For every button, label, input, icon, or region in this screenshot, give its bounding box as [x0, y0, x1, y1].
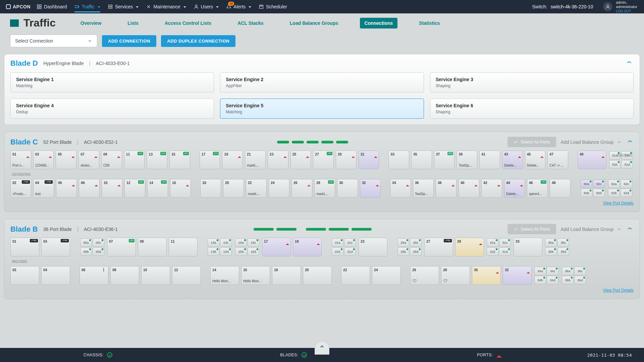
port[interactable]: 09C09 — [101, 150, 122, 169]
subport[interactable]: 50a — [581, 180, 592, 188]
port[interactable]: 47C47 -> ... — [547, 150, 568, 169]
port-quad[interactable]: 35a35c35b35d — [544, 238, 570, 256]
subport[interactable]: 25d — [410, 247, 422, 256]
subport[interactable]: 25a — [397, 238, 409, 247]
subport[interactable]: 35b — [545, 247, 557, 256]
port[interactable]: 49 — [578, 150, 606, 169]
nav-item-traffic[interactable]: Traffic — [74, 1, 100, 12]
port[interactable]: 17 — [262, 238, 291, 256]
select-all-ports-button[interactable]: Select All Ports — [507, 224, 556, 234]
port[interactable]: 04LPBKtest — [33, 179, 54, 198]
service-engine-card[interactable]: Service Engine 2AppFilter — [220, 72, 424, 93]
port[interactable]: 18 — [200, 179, 221, 198]
subport[interactable]: 05a — [80, 238, 92, 247]
port[interactable]: 38 — [436, 179, 457, 198]
port[interactable]: 36TestSp... — [413, 179, 434, 198]
port-quad[interactable]: 21a21c21b21d — [331, 238, 357, 256]
port[interactable]: 06 — [79, 266, 108, 285]
subport[interactable]: 31d — [499, 247, 511, 256]
service-engine-card[interactable]: Service Engine 3Shaping — [430, 72, 634, 93]
add-duplex-connection-button[interactable]: ADD DUPLEX CONNECTION — [161, 35, 235, 47]
port[interactable]: 1310G — [147, 150, 167, 169]
port[interactable]: 08 — [110, 266, 139, 285]
port[interactable]: 07okoko... — [78, 150, 99, 169]
port[interactable]: 40 — [459, 179, 479, 198]
port[interactable]: 22 — [341, 266, 370, 285]
subport[interactable]: 34b — [534, 276, 546, 284]
nav-item-users[interactable]: Users — [194, 1, 219, 12]
port[interactable]: 28🛡 — [441, 266, 470, 285]
subport[interactable]: 52a — [608, 180, 620, 188]
port[interactable]: 21markL... — [245, 150, 266, 169]
tab-load-balance-groups[interactable]: Load Balance Groups — [285, 18, 343, 28]
tab-lists[interactable]: Lists — [123, 18, 143, 28]
nav-item-scheduler[interactable]: Scheduler — [259, 1, 287, 12]
port[interactable]: 08 — [79, 179, 100, 198]
port[interactable]: 10 — [102, 179, 122, 198]
subport[interactable]: 50b — [581, 189, 592, 197]
port[interactable]: 24 — [269, 179, 289, 198]
subport[interactable]: 35c — [557, 238, 569, 247]
subport[interactable]: 34d — [547, 276, 558, 284]
port[interactable]: 2710G — [313, 150, 334, 169]
port[interactable]: 16Hello Worl... — [241, 266, 270, 285]
port[interactable]: 30 — [337, 179, 358, 198]
nav-item-dashboard[interactable]: Dashboard — [37, 1, 67, 12]
port[interactable]: 26🛡 — [410, 266, 439, 285]
port[interactable]: 23 — [359, 238, 387, 256]
user-block[interactable]: admin, administrator LOG OUT — [603, 0, 637, 13]
subport[interactable]: 52d — [621, 189, 632, 197]
subport[interactable]: 31c — [499, 238, 511, 247]
port[interactable]: 03123456... — [33, 150, 54, 169]
port[interactable]: 1710G — [200, 150, 220, 169]
port[interactable]: 0710G — [107, 238, 136, 256]
subport[interactable]: 25b — [397, 247, 409, 256]
subport[interactable]: 34a — [534, 267, 546, 275]
port[interactable]: 44Delete... — [504, 179, 525, 198]
port[interactable]: 01Port n... — [10, 150, 31, 169]
subport[interactable]: 15b — [235, 247, 247, 256]
nav-item-services[interactable]: Services — [108, 1, 139, 12]
view-port-details-link[interactable]: View Port Details — [603, 201, 634, 205]
port[interactable]: 35 — [411, 150, 432, 169]
port[interactable]: 1110G — [124, 150, 145, 169]
subport[interactable]: 13a — [208, 238, 219, 247]
tab-statistics[interactable]: Statistics — [414, 18, 444, 28]
subport[interactable]: 36a — [562, 267, 574, 275]
subport[interactable]: 05c — [93, 238, 104, 247]
subport[interactable]: 52b — [608, 189, 620, 197]
subport[interactable]: 15d — [248, 247, 259, 256]
footer-expand-toggle[interactable] — [315, 341, 329, 355]
port[interactable]: 1410G — [147, 179, 168, 198]
subport[interactable]: 15a — [235, 238, 247, 247]
logout-link[interactable]: LOG OUT — [616, 9, 631, 13]
port[interactable]: 05 — [56, 150, 76, 169]
port-quad[interactable]: 25a25c25b25d — [397, 238, 422, 256]
port[interactable]: 23 — [268, 150, 288, 169]
service-engine-card[interactable]: Service Engine 5Matching — [220, 99, 424, 119]
collapse-toggle[interactable] — [626, 139, 634, 145]
nav-item-alerts[interactable]: 39Alerts — [226, 1, 251, 13]
port[interactable]: 45Delete... — [525, 150, 546, 169]
port[interactable]: 14Hello Worl... — [210, 266, 239, 285]
subport[interactable]: 21c — [344, 238, 356, 247]
subport[interactable]: 21d — [344, 247, 356, 256]
subport[interactable]: 05d — [93, 247, 104, 256]
port[interactable]: 19 — [293, 238, 322, 256]
port[interactable]: 29 — [336, 150, 357, 169]
port[interactable]: 27LPBK — [424, 238, 453, 256]
select-connection-dropdown[interactable]: Select Connection — [10, 35, 97, 47]
switch-indicator[interactable]: Switch: switch-4k-36-220-10 — [532, 4, 593, 9]
port[interactable]: 02 — [10, 266, 39, 285]
port-quad[interactable]: 15a15c15b15d — [234, 238, 260, 256]
port[interactable]: 01LPBK — [10, 238, 39, 256]
tab-overview[interactable]: Overview — [76, 18, 106, 28]
subport[interactable]: 35d — [557, 247, 569, 256]
port[interactable]: 30 — [472, 266, 501, 285]
subport[interactable]: 34c — [547, 267, 558, 275]
subport[interactable]: 50d — [593, 189, 605, 197]
port[interactable]: 06 — [56, 179, 77, 198]
port[interactable]: 20 — [223, 179, 244, 198]
subport[interactable]: 51b — [609, 160, 621, 169]
port[interactable]: 20 — [303, 266, 332, 285]
